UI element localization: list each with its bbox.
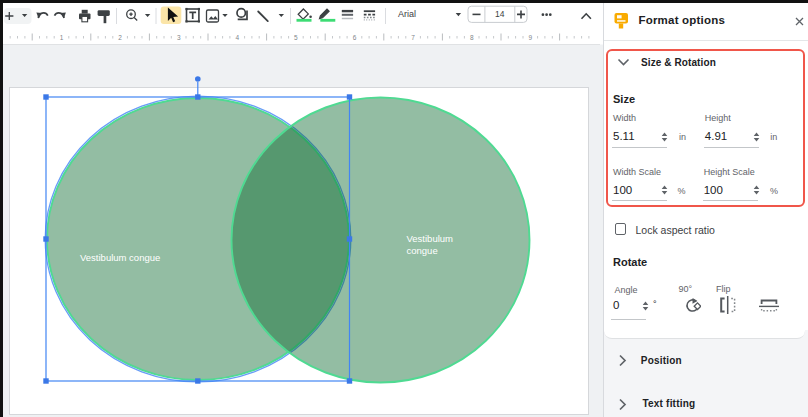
svg-text:Vestibulum: Vestibulum [407, 233, 454, 244]
svg-text:8: 8 [470, 34, 474, 41]
svg-text:6: 6 [353, 34, 357, 41]
svg-text:congue: congue [407, 245, 438, 256]
svg-text:Arial: Arial [398, 9, 416, 19]
svg-text:4: 4 [235, 34, 239, 41]
svg-text:3: 3 [177, 34, 181, 41]
svg-text:Vestibulum congue: Vestibulum congue [80, 252, 160, 263]
svg-text:7: 7 [411, 34, 415, 41]
svg-text:1: 1 [60, 34, 64, 41]
svg-text:2: 2 [118, 34, 122, 41]
svg-text:9: 9 [528, 34, 532, 41]
svg-text:5: 5 [294, 34, 298, 41]
svg-text:14: 14 [495, 9, 505, 19]
